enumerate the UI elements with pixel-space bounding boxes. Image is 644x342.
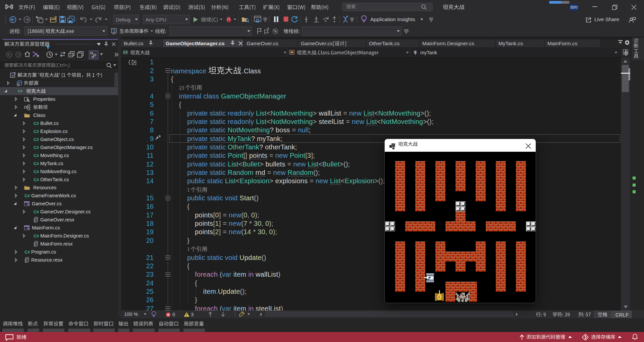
svg-text:C#: C# [34,137,39,142]
svg-text:C#: C# [18,89,22,93]
svg-text:C#: C# [123,51,128,54]
svg-text:C#: C# [34,161,39,166]
svg-text:C#: C# [34,145,39,150]
svg-text:C#: C# [34,121,39,126]
svg-text:C#: C# [34,153,39,158]
svg-text:C#: C# [24,194,30,198]
svg-text:C#: C# [34,169,39,174]
svg-text:C#: C# [34,129,39,134]
svg-text:C#: C# [34,210,39,214]
svg-text:C#: C# [34,178,39,182]
svg-text:C#: C# [24,250,30,255]
svg-text:C#: C# [34,234,39,238]
